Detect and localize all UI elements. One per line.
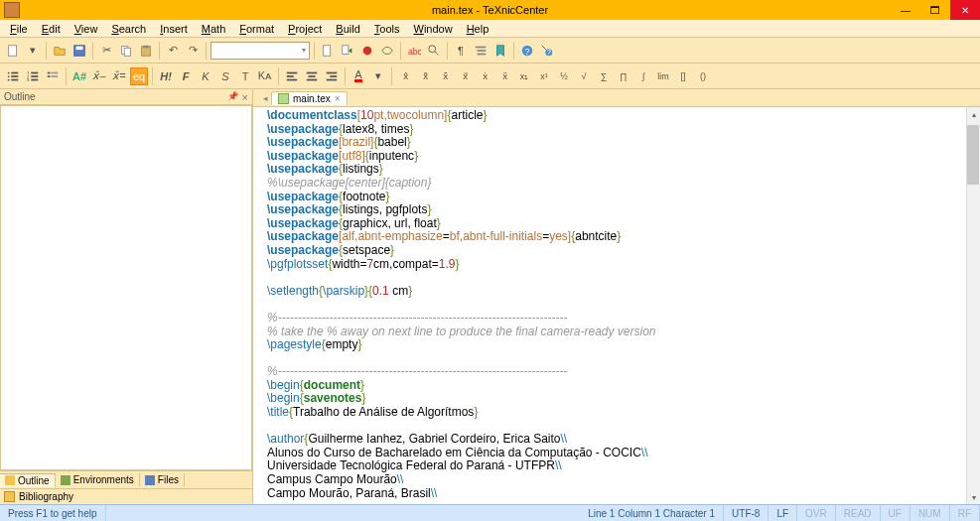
smallcaps-icon[interactable]: Kᴀ xyxy=(256,67,274,85)
menu-math[interactable]: Math xyxy=(196,22,231,36)
minimize-button[interactable]: — xyxy=(891,0,920,20)
status-eol[interactable]: LF xyxy=(769,505,797,521)
view-output-icon[interactable] xyxy=(378,42,396,60)
editor-body[interactable]: \documentclass[10pt,twocolumn]{article} … xyxy=(253,107,980,504)
svg-rect-27 xyxy=(31,71,38,73)
align-right-icon[interactable] xyxy=(323,67,341,85)
code-content[interactable]: \documentclass[10pt,twocolumn]{article} … xyxy=(253,107,980,502)
sup-op-icon[interactable]: x¹ xyxy=(535,67,553,85)
italic-icon[interactable]: K xyxy=(197,67,214,85)
svg-rect-14 xyxy=(478,50,487,52)
array-op-icon[interactable]: [] xyxy=(674,67,692,85)
tab-environments[interactable]: Environments xyxy=(56,473,140,486)
save-icon[interactable] xyxy=(70,42,88,60)
find-icon[interactable] xyxy=(425,42,443,60)
sum-op-icon[interactable]: ∑ xyxy=(595,67,613,85)
side-panel-close-icon[interactable]: × xyxy=(242,91,248,103)
enumerate-icon[interactable]: 123 xyxy=(24,67,42,85)
frac-op-icon[interactable]: ½ xyxy=(555,67,573,85)
vec-op-icon[interactable]: x⃗ xyxy=(456,67,474,85)
maximize-button[interactable]: 🗖 xyxy=(920,0,950,20)
scrollbar-vertical[interactable]: ▴ ▾ xyxy=(966,107,980,504)
scroll-down-icon[interactable]: ▾ xyxy=(967,490,980,504)
display-math-icon[interactable]: x̄= xyxy=(110,67,128,85)
menu-edit[interactable]: Edit xyxy=(36,22,67,36)
build-icon[interactable] xyxy=(319,42,337,60)
redo-icon[interactable]: ↷ xyxy=(184,42,202,60)
svg-rect-6 xyxy=(143,45,148,48)
ddot-op-icon[interactable]: ẍ xyxy=(495,67,513,85)
menubar: FileEditViewSearchInsertMathFormatProjec… xyxy=(0,20,980,38)
build-view-icon[interactable] xyxy=(339,42,356,60)
menu-build[interactable]: Build xyxy=(330,22,365,36)
heading-icon[interactable]: H! xyxy=(157,67,175,85)
equation-icon[interactable]: eq xyxy=(130,67,148,85)
new-dropdown-icon[interactable]: ▾ xyxy=(24,42,42,60)
editor-tab-close-icon[interactable]: × xyxy=(335,93,341,104)
description-icon[interactable] xyxy=(44,67,62,85)
scroll-up-icon[interactable]: ▴ xyxy=(967,107,980,121)
close-button[interactable]: ✕ xyxy=(950,0,980,20)
side-panel-title: Outline xyxy=(4,91,36,102)
stop-build-icon[interactable] xyxy=(358,42,376,60)
paste-icon[interactable] xyxy=(137,42,155,60)
font-color-drop-icon[interactable]: ▾ xyxy=(369,67,387,85)
context-help-icon[interactable]: ? xyxy=(538,42,556,60)
figure-icon[interactable]: A# xyxy=(70,67,88,85)
menu-file[interactable]: File xyxy=(4,22,34,36)
menu-help[interactable]: Help xyxy=(461,22,495,36)
svg-rect-2 xyxy=(76,46,83,50)
menu-tools[interactable]: Tools xyxy=(368,22,406,36)
bibliography-bar[interactable]: Bibliography xyxy=(0,488,252,504)
inline-math-icon[interactable]: x̄– xyxy=(90,67,108,85)
new-doc-icon[interactable] xyxy=(4,42,22,60)
profile-select[interactable]: ▾ xyxy=(210,42,310,60)
lim-op-icon[interactable]: lim xyxy=(654,67,672,85)
dot-op-icon[interactable]: ẋ xyxy=(476,67,493,85)
tilde-op-icon[interactable]: x̃ xyxy=(416,67,434,85)
tab-files[interactable]: Files xyxy=(140,473,185,486)
tabnav-left-icon[interactable]: ◂ xyxy=(259,93,271,103)
spellcheck-icon[interactable]: abc xyxy=(405,42,423,60)
outline-icon[interactable] xyxy=(472,42,490,60)
matrix-op-icon[interactable]: () xyxy=(694,67,712,85)
svg-rect-13 xyxy=(476,46,487,48)
status-encoding[interactable]: UTF-8 xyxy=(724,505,769,521)
sqrt-op-icon[interactable]: √ xyxy=(575,67,593,85)
align-left-icon[interactable] xyxy=(283,67,301,85)
bold-icon[interactable]: F xyxy=(177,67,195,85)
menu-search[interactable]: Search xyxy=(105,22,152,36)
help-icon[interactable]: ? xyxy=(518,42,536,60)
copy-icon[interactable] xyxy=(117,42,135,60)
align-center-icon[interactable] xyxy=(303,67,321,85)
menu-insert[interactable]: Insert xyxy=(154,22,194,36)
scroll-thumb[interactable] xyxy=(967,125,979,185)
menu-view[interactable]: View xyxy=(69,22,104,36)
itemize-icon[interactable] xyxy=(4,67,22,85)
bar-op-icon[interactable]: x̄ xyxy=(436,67,454,85)
font-color-icon[interactable]: A xyxy=(350,67,367,85)
side-panel-tabs: Outline Environments Files xyxy=(0,470,252,488)
menu-window[interactable]: Window xyxy=(408,22,459,36)
editor-tab-main[interactable]: main.tex × xyxy=(271,91,348,105)
toggle-ws-icon[interactable]: ¶ xyxy=(452,42,470,60)
undo-icon[interactable]: ↶ xyxy=(164,42,182,60)
cut-icon[interactable]: ✂ xyxy=(97,42,115,60)
sub-op-icon[interactable]: x₁ xyxy=(515,67,533,85)
menu-format[interactable]: Format xyxy=(233,22,280,36)
hat-op-icon[interactable]: x̂ xyxy=(396,67,414,85)
side-panel-pin-icon[interactable]: 📌 xyxy=(227,91,238,103)
main-area: Outline 📌 × Outline Environments Files B… xyxy=(0,89,980,504)
tab-outline[interactable]: Outline xyxy=(0,473,56,487)
typewriter-icon[interactable]: T xyxy=(236,67,254,85)
svg-rect-43 xyxy=(330,75,337,77)
prod-op-icon[interactable]: ∏ xyxy=(615,67,632,85)
outline-tree[interactable] xyxy=(0,105,252,470)
tex-file-icon xyxy=(278,93,289,104)
slanted-icon[interactable]: S xyxy=(216,67,234,85)
open-icon[interactable] xyxy=(51,42,69,60)
bookmark-icon[interactable] xyxy=(491,42,509,60)
svg-rect-41 xyxy=(307,78,318,80)
menu-project[interactable]: Project xyxy=(282,22,328,36)
int-op-icon[interactable]: ∫ xyxy=(634,67,652,85)
